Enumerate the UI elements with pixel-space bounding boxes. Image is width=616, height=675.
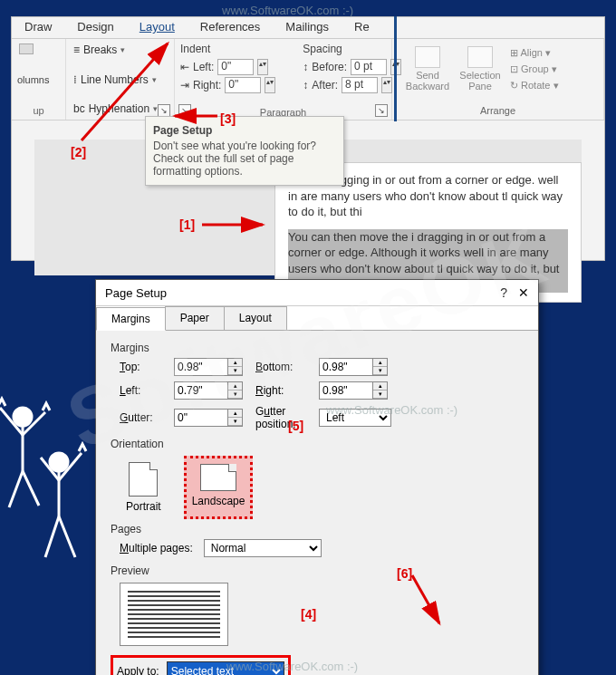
paragraph-launcher[interactable]: ↘ <box>375 104 388 117</box>
portrait-icon <box>129 462 158 497</box>
send-backward-button[interactable]: Send Backward <box>405 46 450 92</box>
spacing-title: Spacing <box>303 43 401 55</box>
dlg-tab-margins[interactable]: Margins <box>96 307 166 331</box>
margins-grid: Top: ▴▾ Bottom: ▴▾ Left: ▴▾ Right: ▴▾ Gu… <box>120 358 524 430</box>
close-button[interactable]: ✕ <box>518 285 529 300</box>
indent-right-input[interactable]: 0" <box>225 77 261 93</box>
apply-to-row: Apply to: Selected text <box>111 655 291 675</box>
annotation-4: [4] <box>301 607 316 622</box>
tab-references[interactable]: References <box>188 17 273 38</box>
spacing-before-label: Before: <box>312 61 347 73</box>
align-button[interactable]: ⊞ Align ▾ <box>510 46 559 60</box>
dlg-tab-paper[interactable]: Paper <box>165 306 225 330</box>
spinner[interactable]: ▴▾ <box>265 77 275 93</box>
orientation-label: Orientation <box>111 438 524 450</box>
svg-point-10 <box>50 453 68 471</box>
annotation-2: [2] <box>71 145 86 159</box>
gutter-pos-select[interactable]: Left <box>319 409 391 427</box>
bottom-label: Bottom: <box>255 361 319 373</box>
help-button[interactable]: ? <box>500 285 507 300</box>
svg-line-15 <box>59 516 75 557</box>
top-input[interactable]: ▴▾ <box>174 358 255 376</box>
apply-to-select[interactable]: Selected text <box>167 661 284 675</box>
svg-line-8 <box>9 471 23 507</box>
group-arrange: Send Backward Selection Pane ⊞ Align ▾ ⊡… <box>392 39 604 120</box>
rotate-button[interactable]: ↻ Rotate ▾ <box>510 79 559 92</box>
tab-design[interactable]: Design <box>64 17 126 38</box>
portrait-button[interactable]: Portrait <box>120 456 168 519</box>
group-button[interactable]: ⊡ Group ▾ <box>510 63 559 76</box>
preview-box <box>120 583 228 646</box>
landscape-button[interactable]: Landscape <box>184 456 254 519</box>
spinner[interactable]: ▴▾ <box>257 59 268 75</box>
svg-point-4 <box>14 408 32 426</box>
orientation-group: Portrait Landscape <box>120 456 524 519</box>
gutter-pos-label: Gutter position: <box>255 405 319 430</box>
watermark-text: www.SoftwareOK.com :-) <box>222 4 353 17</box>
indent-left-label: Left: <box>193 61 214 73</box>
indent-right-label: Right: <box>193 79 221 92</box>
svg-line-0 <box>82 43 168 140</box>
arrow-3 <box>168 107 222 125</box>
gutter-input[interactable]: ▴▾ <box>174 409 255 427</box>
landscape-icon <box>200 464 236 491</box>
arrow-2 <box>72 36 190 145</box>
selection-pane-button[interactable]: Selection Pane <box>457 46 503 92</box>
arrow-1 <box>197 216 270 234</box>
svg-line-9 <box>23 471 39 506</box>
tab-draw[interactable]: Draw <box>12 17 64 38</box>
multiple-pages-select[interactable]: Normal <box>204 539 322 557</box>
vertical-divider <box>394 16 397 121</box>
annotation-6: [6] <box>397 566 412 581</box>
right-label: Right: <box>255 384 319 397</box>
tab-review[interactable]: Re <box>342 17 382 38</box>
tab-mailings[interactable]: Mailings <box>273 17 342 38</box>
dialog-title: Page Setup <box>105 286 167 300</box>
group-columns: olumns up <box>12 39 66 120</box>
dialog-body: Margins Top: ▴▾ Bottom: ▴▾ Left: ▴▾ Righ… <box>96 331 538 675</box>
gutter-label: Gutter: <box>120 411 174 424</box>
spacing-after-label: After: <box>312 79 338 92</box>
send-backward-icon <box>415 46 440 68</box>
top-label: Top: <box>120 361 174 373</box>
right-input[interactable]: ▴▾ <box>319 381 400 400</box>
left-input[interactable]: ▴▾ <box>174 381 255 400</box>
bottom-input[interactable]: ▴▾ <box>319 358 400 376</box>
svg-line-3 <box>412 575 439 623</box>
indent-left-input[interactable]: 0" <box>217 59 254 75</box>
group-label-arrange: Arrange <box>398 105 598 116</box>
columns-icon <box>19 43 34 54</box>
dialog-tabs: Margins Paper Layout <box>96 306 538 331</box>
annotation-1: [1] <box>179 217 195 232</box>
group-label-setup: up <box>17 105 60 116</box>
stick-figures-decoration <box>0 381 95 580</box>
selection-pane-icon <box>467 46 493 68</box>
spacing-after-icon: ↕ <box>303 79 308 92</box>
svg-line-14 <box>45 516 59 557</box>
spacing-after-input[interactable]: 8 pt <box>342 77 378 93</box>
annotation-3: [3] <box>220 111 236 126</box>
pages-label: Pages <box>111 523 524 535</box>
dlg-tab-layout[interactable]: Layout <box>224 306 287 330</box>
columns-button[interactable] <box>17 43 60 55</box>
spinner[interactable]: ▴▾ <box>381 77 392 93</box>
tab-layout[interactable]: Layout <box>127 17 188 38</box>
tooltip-body: Don't see what you're looking for? Check… <box>153 140 336 178</box>
margins-section-label: Margins <box>111 342 524 354</box>
multiple-pages-label: Multiple pages: <box>120 542 193 554</box>
page-setup-dialog: Page Setup ? ✕ Margins Paper Layout Marg… <box>95 279 539 675</box>
preview-label: Preview <box>111 564 524 577</box>
spacing-before-icon: ↕ <box>303 61 308 73</box>
indent-title: Indent <box>180 43 275 55</box>
annotation-5: [5] <box>288 419 303 433</box>
apply-to-label: Apply to: <box>117 665 159 675</box>
dialog-titlebar: Page Setup ? ✕ <box>96 280 538 306</box>
left-label: Left: <box>120 384 174 397</box>
columns-label: olumns <box>17 74 60 85</box>
spacing-before-input[interactable]: 0 pt <box>351 59 387 75</box>
